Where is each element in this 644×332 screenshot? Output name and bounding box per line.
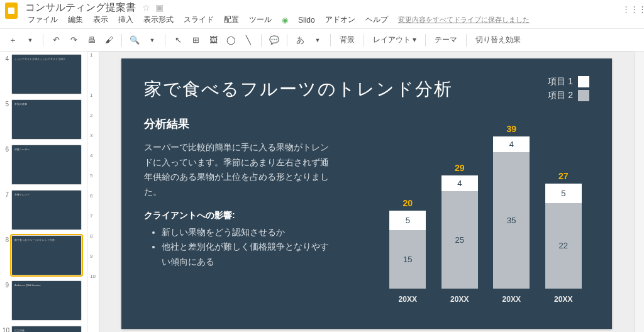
bar-total-label: 29: [455, 163, 465, 173]
shape-tool[interactable]: ◯: [223, 32, 238, 48]
slide-thumbnail[interactable]: 家で食べるフルーツのトレンド分析: [11, 235, 82, 275]
zoom-button[interactable]: 🔍: [127, 32, 142, 48]
menu-tools[interactable]: ツール: [249, 14, 272, 25]
menu-arrange[interactable]: 配置: [224, 14, 239, 25]
slide-thumbnail[interactable]: Audience Q&A Session: [11, 280, 82, 321]
background-button[interactable]: 背景: [336, 35, 358, 45]
bar-group: 2925420XX: [441, 163, 478, 304]
star-icon[interactable]: ☆: [142, 3, 150, 13]
thumb-number: 5: [3, 99, 9, 140]
legend-label: 項目 1: [548, 76, 573, 87]
bar-segment: 35: [493, 152, 530, 289]
bar-x-label: 20XX: [502, 295, 521, 304]
thumb-number: 6: [3, 145, 9, 185]
bar-segment: 15: [389, 230, 426, 289]
app-icon[interactable]: [5, 3, 18, 19]
folder-icon[interactable]: ▣: [155, 3, 164, 13]
paint-format-button[interactable]: 🖌: [101, 32, 116, 48]
bar-chart[interactable]: 2015520XX2925420XX3935420XX2722520XX: [382, 121, 589, 304]
body-text[interactable]: スーパーで比較的簡単に手に入る果物がトレンドに入っています。季節にあまり左右され…: [144, 140, 333, 200]
input-tool[interactable]: あ: [292, 32, 308, 48]
bar-total-label: 39: [506, 124, 516, 134]
list-item: 新しい果物をどう認知させるか: [162, 225, 333, 240]
bar-total-label: 27: [558, 171, 569, 181]
slide-thumbnail[interactable]: 主要トレンド: [11, 190, 82, 230]
select-tool[interactable]: ↖: [170, 32, 186, 48]
horizontal-ruler: 1123456789101112131415161718192021222324…: [99, 52, 634, 52]
bar-segment: 5: [389, 211, 426, 230]
redo-button[interactable]: ↷: [66, 32, 81, 48]
impact-list[interactable]: 新しい果物をどう認知させるか 他社と差別化が難しく価格競争となりやすい傾向にある: [144, 225, 333, 270]
thumb-number: 7: [3, 190, 9, 230]
vertical-ruler: 112345678910: [88, 52, 99, 332]
bar-segment: 5: [545, 184, 582, 203]
menu-edit[interactable]: 編集: [68, 14, 83, 25]
slide-thumbnail[interactable]: 対象ユーザー: [11, 145, 82, 185]
legend-swatch: [578, 90, 589, 101]
new-slide-button[interactable]: ＋: [5, 32, 20, 48]
menu-help[interactable]: ヘルプ: [365, 14, 388, 25]
menu-format[interactable]: 表示形式: [143, 14, 174, 25]
save-status[interactable]: 変更内容をすべてドライブに保存しました: [398, 15, 530, 25]
bar-segment: 4: [493, 136, 530, 152]
slide-thumbnail[interactable]: ここにテキストを挿入 ここにテキストを挿入: [11, 54, 82, 94]
document-title[interactable]: コンサルティング提案書: [25, 1, 136, 14]
menu-addons[interactable]: アドオン: [325, 14, 355, 25]
menu-slide[interactable]: スライド: [184, 14, 214, 25]
thumb-number: 10: [3, 326, 9, 332]
bar-x-label: 20XX: [554, 295, 572, 304]
menu-view[interactable]: 表示: [93, 14, 108, 25]
menu-grid-icon[interactable]: ⋮⋮⋮: [628, 3, 640, 15]
chevron-down-icon[interactable]: ▼: [310, 32, 325, 48]
chevron-down-icon[interactable]: ▼: [23, 32, 38, 48]
layout-button[interactable]: レイアウト ▾: [369, 35, 420, 45]
line-tool[interactable]: ╲: [241, 32, 256, 48]
slido-icon: ◉: [282, 16, 288, 25]
menu-bar: ファイル 編集 表示 挿入 表示形式 スライド 配置 ツール ◉ Slido ア…: [0, 14, 644, 29]
bar-segment: 22: [545, 203, 582, 289]
textbox-tool[interactable]: ⊞: [188, 32, 203, 48]
bar-group: 2722520XX: [545, 171, 582, 304]
print-button[interactable]: 🖶: [84, 32, 99, 48]
menu-insert[interactable]: 挿入: [118, 14, 133, 25]
bar-segment: 4: [441, 175, 478, 191]
menu-slido[interactable]: Slido: [298, 16, 315, 25]
theme-button[interactable]: テーマ: [431, 35, 461, 45]
legend-swatch: [578, 76, 589, 87]
image-tool[interactable]: 🖼: [206, 32, 221, 48]
bar-group: 3935420XX: [493, 124, 530, 304]
canvas[interactable]: 家で食べるフルーツのトレンド分析 分析結果 スーパーで比較的簡単に手に入る果物が…: [99, 52, 634, 332]
thumb-number: 8: [3, 235, 9, 275]
transition-button[interactable]: 切り替え効果: [472, 35, 525, 45]
right-panel: [634, 52, 644, 332]
list-item: 他社と差別化が難しく価格競争となりやすい傾向にある: [162, 240, 333, 269]
thumb-number: 4: [3, 54, 9, 94]
toolbar: ＋ ▼ ↶ ↷ 🖶 🖌 🔍 ▼ ↖ ⊞ 🖼 ◯ ╲ 💬 あ ▼ 背景 レイアウト…: [0, 29, 644, 52]
menu-file[interactable]: ファイル: [28, 14, 58, 25]
slide-title[interactable]: 家で食べるフルーツのトレンド分析: [144, 77, 589, 101]
chevron-down-icon[interactable]: ▼: [145, 32, 160, 48]
bar-group: 2015520XX: [389, 198, 426, 304]
thumb-number: 9: [3, 280, 9, 321]
bar-segment: 25: [441, 191, 478, 289]
undo-button[interactable]: ↶: [48, 32, 64, 48]
legend-label: 項目 2: [548, 90, 573, 101]
bar-total-label: 20: [402, 198, 413, 208]
comment-button[interactable]: 💬: [267, 32, 282, 48]
chart-legend[interactable]: 項目 1 項目 2: [548, 76, 589, 104]
slide[interactable]: 家で食べるフルーツのトレンド分析 分析結果 スーパーで比較的簡単に手に入る果物が…: [121, 58, 612, 329]
bar-x-label: 20XX: [399, 295, 417, 304]
slide-thumbnail[interactable]: 広告対象: [11, 326, 82, 332]
slide-thumbnail[interactable]: 不安の終幕: [11, 99, 82, 140]
thumbnail-panel[interactable]: 4ここにテキストを挿入 ここにテキストを挿入5不安の終幕6対象ユーザー7主要トレ…: [0, 52, 88, 332]
bar-x-label: 20XX: [450, 295, 469, 304]
